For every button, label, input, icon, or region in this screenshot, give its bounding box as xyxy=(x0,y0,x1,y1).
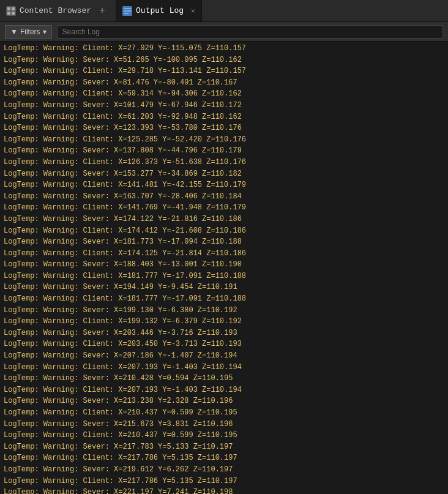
log-line: LogTemp: Warning: Client: X=29.718 Y=-11… xyxy=(2,65,446,77)
svg-rect-0 xyxy=(7,7,10,10)
svg-rect-4 xyxy=(124,8,131,9)
log-line: LogTemp: Warning: Sever: X=137.808 Y=-44… xyxy=(2,145,446,157)
filter-icon: ▼ xyxy=(10,28,18,36)
tab-content-browser[interactable]: Content Browser + xyxy=(0,0,116,21)
filters-button[interactable]: ▼ Filters ▾ xyxy=(5,25,52,39)
log-line: LogTemp: Warning: Sever: X=153.277 Y=-34… xyxy=(2,168,446,180)
log-line: LogTemp: Warning: Sever: X=163.707 Y=-28… xyxy=(2,191,446,203)
log-line: LogTemp: Warning: Client: X=174.412 Y=-2… xyxy=(2,225,446,237)
tab-output-log-label: Output Log xyxy=(136,6,184,15)
search-input[interactable] xyxy=(57,25,443,39)
log-line: LogTemp: Warning: Client: X=207.193 Y=-1… xyxy=(2,362,446,373)
log-line: LogTemp: Warning: Client: X=181.777 Y=-1… xyxy=(2,293,446,305)
log-line: LogTemp: Warning: Sever: X=210.428 Y=0.5… xyxy=(2,373,446,384)
log-line: LogTemp: Warning: Client: X=210.437 Y=0.… xyxy=(2,430,446,441)
log-line: LogTemp: Warning: Sever: X=51.265 Y=-100… xyxy=(2,54,446,66)
tab-content-browser-label: Content Browser xyxy=(20,6,91,15)
log-line: LogTemp: Warning: Sever: X=188.403 Y=-13… xyxy=(2,259,446,271)
log-line: LogTemp: Warning: Client: X=199.132 Y=-6… xyxy=(2,316,446,327)
log-line: LogTemp: Warning: Client: X=126.373 Y=-5… xyxy=(2,157,446,168)
log-line: LogTemp: Warning: Client: X=27.029 Y=-11… xyxy=(2,43,446,54)
svg-rect-5 xyxy=(124,10,131,12)
svg-rect-1 xyxy=(12,7,15,10)
log-line: LogTemp: Warning: Sever: X=215.673 Y=3.8… xyxy=(2,419,446,430)
log-line: LogTemp: Warning: Client: X=59.314 Y=-94… xyxy=(2,88,446,100)
svg-rect-3 xyxy=(12,12,15,15)
svg-rect-2 xyxy=(7,12,10,15)
log-container[interactable]: LogTemp: Warning: Client: X=27.029 Y=-11… xyxy=(0,42,448,494)
log-line: LogTemp: Warning: Client: X=141.481 Y=-4… xyxy=(2,179,446,191)
log-line: LogTemp: Warning: Sever: X=174.122 Y=-21… xyxy=(2,214,446,225)
filters-label: Filters xyxy=(20,28,40,36)
tab-bar: Content Browser + Output Log ✕ xyxy=(0,0,448,22)
log-line: LogTemp: Warning: Sever: X=123.393 Y=-53… xyxy=(2,122,446,134)
log-line: LogTemp: Warning: Client: X=125.285 Y=-5… xyxy=(2,134,446,146)
chevron-down-icon: ▾ xyxy=(43,28,47,36)
log-line: LogTemp: Warning: Client: X=217.786 Y=5.… xyxy=(2,476,446,487)
log-line: LogTemp: Warning: Client: X=61.203 Y=-92… xyxy=(2,111,446,123)
log-line: LogTemp: Warning: Sever: X=213.238 Y=2.3… xyxy=(2,395,446,407)
app-window: Content Browser + Output Log ✕ ▼ Filters… xyxy=(0,0,448,494)
log-line: LogTemp: Warning: Sever: X=101.479 Y=-67… xyxy=(2,100,446,111)
log-line: LogTemp: Warning: Sever: X=181.773 Y=-17… xyxy=(2,236,446,248)
log-line: LogTemp: Warning: Sever: X=199.130 Y=-6.… xyxy=(2,305,446,316)
log-line: LogTemp: Warning: Client: X=217.786 Y=5.… xyxy=(2,452,446,464)
tab-add-icon[interactable]: + xyxy=(95,0,110,21)
log-line: LogTemp: Warning: Client: X=141.769 Y=-4… xyxy=(2,202,446,214)
log-line: LogTemp: Warning: Client: X=174.125 Y=-2… xyxy=(2,248,446,260)
log-line: LogTemp: Warning: Client: X=181.777 Y=-1… xyxy=(2,271,446,282)
log-line: LogTemp: Warning: Sever: X=221.197 Y=7.2… xyxy=(2,487,446,494)
content-browser-icon xyxy=(6,6,16,16)
log-line: LogTemp: Warning: Sever: X=203.446 Y=-3.… xyxy=(2,327,446,339)
log-line: LogTemp: Warning: Sever: X=219.612 Y=6.2… xyxy=(2,464,446,476)
log-line: LogTemp: Warning: Sever: X=207.186 Y=-1.… xyxy=(2,350,446,362)
log-line: LogTemp: Warning: Client: X=207.193 Y=-1… xyxy=(2,384,446,396)
log-line: LogTemp: Warning: Client: X=203.450 Y=-3… xyxy=(2,339,446,350)
log-line: LogTemp: Warning: Client: X=210.437 Y=0.… xyxy=(2,407,446,419)
log-line: LogTemp: Warning: Sever: X=194.149 Y=-9.… xyxy=(2,282,446,293)
tab-output-log-close[interactable]: ✕ xyxy=(191,7,195,15)
log-line: LogTemp: Warning: Sever: X=81.476 Y=-80.… xyxy=(2,77,446,89)
toolbar: ▼ Filters ▾ xyxy=(0,22,448,42)
output-log-icon xyxy=(122,6,132,16)
log-line: LogTemp: Warning: Sever: X=217.783 Y=5.1… xyxy=(2,441,446,453)
svg-rect-6 xyxy=(124,13,129,14)
tab-output-log[interactable]: Output Log ✕ xyxy=(116,0,202,21)
